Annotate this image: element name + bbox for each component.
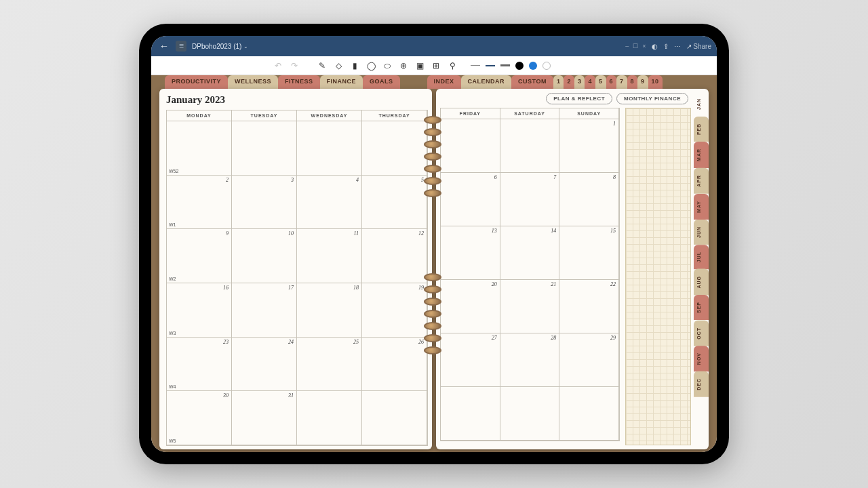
color-black[interactable] bbox=[515, 62, 524, 70]
day-cell[interactable]: 29 bbox=[559, 333, 619, 387]
stroke-thin[interactable] bbox=[471, 65, 480, 66]
day-cell[interactable] bbox=[362, 121, 427, 176]
tab-custom-2[interactable]: 2 bbox=[564, 75, 574, 89]
day-cell[interactable]: 9W2 bbox=[167, 229, 232, 283]
text-icon[interactable]: ⊕ bbox=[399, 61, 408, 70]
day-cell[interactable]: 18 bbox=[297, 283, 362, 338]
day-cell[interactable] bbox=[500, 387, 560, 441]
day-cell[interactable]: 24 bbox=[232, 338, 297, 392]
day-cell[interactable]: 6 bbox=[441, 173, 500, 226]
tab-wellness[interactable]: WELLNESS bbox=[228, 75, 278, 89]
eraser-icon[interactable]: ◇ bbox=[334, 61, 343, 70]
back-button[interactable]: ← bbox=[157, 39, 172, 53]
sync-icon[interactable]: ◐ bbox=[652, 43, 658, 50]
month-tab-dec[interactable]: DEC bbox=[694, 371, 709, 397]
day-cell[interactable]: 5 bbox=[362, 176, 427, 230]
day-cell[interactable]: 19 bbox=[362, 283, 427, 338]
day-cell[interactable]: 21 bbox=[500, 280, 560, 333]
pen-icon[interactable]: ✎ bbox=[317, 61, 327, 70]
stroke-medium[interactable] bbox=[486, 65, 495, 66]
day-cell[interactable] bbox=[362, 391, 427, 445]
notes-area[interactable] bbox=[625, 108, 691, 445]
month-tab-oct[interactable]: OCT bbox=[694, 321, 709, 346]
day-cell[interactable]: 30W5 bbox=[167, 391, 232, 445]
day-cell[interactable]: 26 bbox=[362, 338, 427, 392]
undo-icon[interactable]: ↶ bbox=[273, 61, 283, 70]
day-cell[interactable]: 1 bbox=[559, 119, 619, 173]
window-controls[interactable]: –☐× bbox=[625, 43, 646, 49]
share-button[interactable]: ↗ Share bbox=[686, 43, 711, 50]
redo-icon[interactable]: ↷ bbox=[290, 61, 299, 70]
link-icon[interactable]: ⚲ bbox=[448, 61, 457, 70]
day-cell[interactable]: 16W3 bbox=[167, 283, 232, 338]
month-tab-mar[interactable]: MAR bbox=[694, 142, 709, 168]
day-cell[interactable]: 15 bbox=[559, 226, 619, 280]
elements-icon[interactable]: ⊞ bbox=[431, 61, 441, 70]
day-cell[interactable]: 27 bbox=[441, 333, 500, 387]
tab-custom-8[interactable]: 8 bbox=[627, 75, 638, 89]
tab-finance[interactable]: FINANCE bbox=[320, 75, 363, 89]
tab-custom-5[interactable]: 5 bbox=[595, 75, 606, 89]
month-tab-nov[interactable]: NOV bbox=[694, 346, 709, 371]
day-cell[interactable]: 7 bbox=[500, 173, 560, 226]
day-cell[interactable]: 22 bbox=[559, 280, 619, 333]
day-cell[interactable]: 11 bbox=[297, 229, 362, 283]
day-cell[interactable]: W52 bbox=[167, 121, 232, 176]
day-cell[interactable]: 12 bbox=[362, 229, 427, 283]
plan-reflect-button[interactable]: PLAN & REFLECT bbox=[546, 93, 612, 104]
day-cell[interactable] bbox=[441, 387, 500, 441]
tab-calendar[interactable]: CALENDAR bbox=[461, 75, 512, 89]
day-cell[interactable] bbox=[441, 119, 500, 173]
day-cell[interactable] bbox=[500, 119, 560, 173]
day-cell[interactable]: 2W1 bbox=[167, 176, 232, 230]
tab-custom-7[interactable]: 7 bbox=[616, 75, 627, 89]
month-tab-jun[interactable]: JUN bbox=[694, 220, 709, 245]
day-cell[interactable]: 28 bbox=[500, 333, 560, 387]
lasso-icon[interactable]: ⬭ bbox=[382, 61, 392, 70]
color-white[interactable] bbox=[542, 62, 551, 70]
highlighter-icon[interactable]: ▮ bbox=[350, 61, 359, 70]
day-cell[interactable]: 25 bbox=[297, 338, 362, 392]
stroke-thick[interactable] bbox=[500, 64, 510, 66]
day-cell[interactable] bbox=[297, 121, 362, 176]
day-cell[interactable]: 20 bbox=[441, 280, 500, 333]
tab-custom-1[interactable]: 1 bbox=[553, 75, 564, 89]
tab-custom-4[interactable]: 4 bbox=[585, 75, 595, 89]
tab-fitness[interactable]: FITNESS bbox=[278, 75, 320, 89]
month-tab-aug[interactable]: AUG bbox=[694, 269, 709, 296]
day-cell[interactable]: 31 bbox=[232, 391, 297, 445]
more-icon[interactable]: ⋯ bbox=[674, 43, 681, 50]
color-blue[interactable] bbox=[529, 62, 537, 70]
day-cell[interactable]: 13 bbox=[441, 226, 500, 280]
month-tab-feb[interactable]: FEB bbox=[694, 117, 709, 142]
day-cell[interactable]: 8 bbox=[559, 173, 619, 226]
shapes-icon[interactable]: ◯ bbox=[366, 61, 376, 70]
day-cell[interactable]: 10 bbox=[232, 229, 297, 283]
month-tab-may[interactable]: MAY bbox=[694, 194, 709, 220]
tab-index[interactable]: INDEX bbox=[427, 75, 461, 89]
tab-goals[interactable]: GOALS bbox=[363, 75, 400, 89]
month-tab-jan[interactable]: JAN bbox=[694, 92, 709, 117]
month-tab-apr[interactable]: APR bbox=[694, 168, 709, 194]
tab-productivity[interactable]: PRODUCTIVITY bbox=[165, 75, 228, 89]
day-cell[interactable]: 23W4 bbox=[167, 338, 232, 392]
app-icon[interactable]: ☰ bbox=[176, 41, 186, 52]
day-cell[interactable]: 17 bbox=[232, 283, 297, 338]
day-cell[interactable]: 14 bbox=[500, 226, 560, 280]
day-cell[interactable] bbox=[297, 391, 362, 445]
tab-custom-6[interactable]: 6 bbox=[606, 75, 617, 89]
tab-custom-10[interactable]: 10 bbox=[648, 75, 663, 89]
chevron-down-icon[interactable]: ⌄ bbox=[243, 43, 248, 49]
tab-custom-3[interactable]: 3 bbox=[574, 75, 585, 89]
month-tab-jul[interactable]: JUL bbox=[694, 245, 709, 269]
day-cell[interactable] bbox=[232, 121, 297, 176]
day-cell[interactable]: 3 bbox=[232, 176, 297, 230]
image-icon[interactable]: ▣ bbox=[415, 61, 425, 70]
day-cell[interactable] bbox=[559, 387, 619, 441]
day-cell[interactable]: 4 bbox=[297, 176, 362, 230]
tab-custom[interactable]: CUSTOM bbox=[511, 75, 553, 89]
document-name[interactable]: DPboho2023 (1) bbox=[192, 43, 241, 50]
export-icon[interactable]: ⇪ bbox=[663, 43, 669, 50]
month-tab-sep[interactable]: SEP bbox=[694, 295, 709, 320]
monthly-finance-button[interactable]: MONTHLY FINANCE bbox=[616, 93, 688, 104]
